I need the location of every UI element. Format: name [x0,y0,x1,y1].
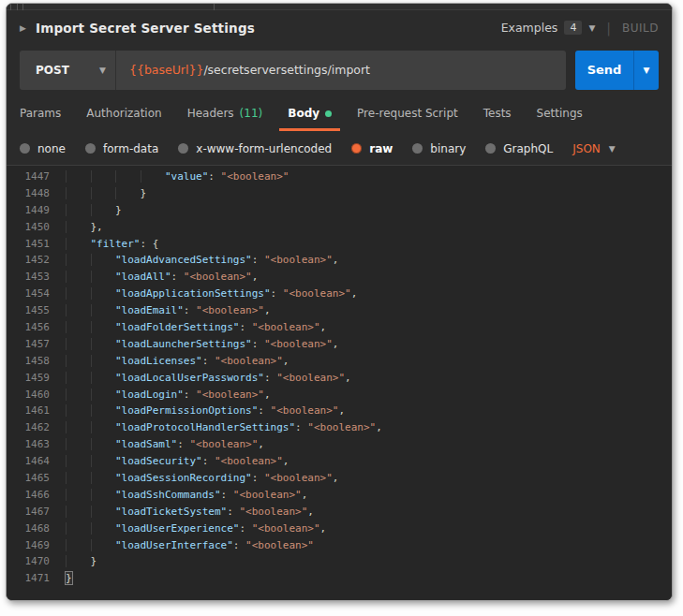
line-number: 1458 [7,353,50,370]
chevron-down-icon: ▼ [99,66,106,75]
divider: | [606,21,611,36]
code-line: 1461 "loadPermissionOptions": "<boolean>… [7,403,672,419]
line-number: 1456 [7,319,50,336]
code-line: 1450 }, [7,219,672,236]
radio-icon [412,143,423,154]
collapse-caret-icon[interactable]: ▶ [20,23,26,33]
body-set-dot-icon [325,110,332,117]
code-line: 1452 "loadAdvancedSettings": "<boolean>"… [7,252,672,269]
code-text: "loadLauncherSettings": "<boolean>", [50,336,338,353]
line-number: 1465 [7,470,50,487]
line-number: 1457 [7,336,50,353]
line-number: 1461 [7,403,50,419]
send-options-button[interactable]: ▼ [633,51,659,90]
tab-tests[interactable]: Tests [483,95,512,132]
body-type-radio-none[interactable]: none [20,142,66,155]
radio-icon [485,143,496,154]
code-text: "loadProtocolHandlerSettings": "<boolean… [50,419,382,436]
request-title-bar: ▶ Import Secret Server Settings Examples… [7,10,672,45]
code-text: "loadSaml": "<boolean>", [50,436,264,453]
radio-label: x-www-form-urlencoded [196,142,332,155]
body-type-selector: noneform-datax-www-form-urlencodedrawbin… [7,132,672,165]
code-text: "loadLicenses": "<boolean>", [50,353,289,370]
line-number: 1447 [7,169,50,185]
code-text: } [50,570,72,587]
line-number: 1455 [7,302,50,319]
tab-label: Settings [537,107,583,120]
method-value: POST [36,64,99,77]
tab-headers[interactable]: Headers(11) [187,95,263,132]
code-text: "loadSecurity": "<boolean>", [50,453,289,470]
tab-label: Headers [187,107,234,120]
code-text: "loadApplicationSettings": "<boolean>", [50,286,357,302]
line-number: 1471 [7,570,50,587]
code-line: 1454 "loadApplicationSettings": "<boolea… [7,286,672,302]
code-line: 1463 "loadSaml": "<boolean>", [7,436,672,453]
code-text: "filter": { [50,236,158,253]
radio-label: binary [430,142,466,155]
line-number: 1469 [7,537,50,554]
code-text: }, [50,219,103,236]
code-line: 1470 } [7,553,672,570]
tab-params[interactable]: Params [20,95,61,132]
code-text: } [50,185,146,202]
method-select[interactable]: POST ▼ [20,51,116,90]
build-label[interactable]: BUILD [622,22,659,35]
tab-label: Tests [483,107,512,120]
line-number: 1450 [7,219,50,236]
tab-label: Params [20,107,61,120]
line-number: 1453 [7,269,50,286]
body-type-radio-x-www-form-urlencoded[interactable]: x-www-form-urlencoded [178,142,332,155]
code-line: 1471} [7,570,672,587]
tab-pre-request-script[interactable]: Pre-request Script [357,95,458,132]
chevron-down-icon: ▼ [609,144,616,154]
code-text: "loadSshCommands": "<boolean>", [50,487,307,504]
body-type-radio-raw[interactable]: raw [351,142,393,155]
code-line: 1457 "loadLauncherSettings": "<boolean>"… [7,336,672,353]
code-line: 1453 "loadAll": "<boolean>", [7,269,672,286]
code-line: 1462 "loadProtocolHandlerSettings": "<bo… [7,419,672,436]
code-line: 1465 "loadSessionRecording": "<boolean>"… [7,470,672,487]
code-text: "loadAdvancedSettings": "<boolean>", [50,252,338,269]
tab-settings[interactable]: Settings [537,95,583,132]
tab-divider [17,4,23,10]
radio-label: raw [369,142,393,155]
line-number: 1459 [7,370,50,387]
line-number: 1467 [7,504,50,521]
headers-count-badge: (11) [240,107,263,120]
body-code-editor[interactable]: 1447 "value": "<boolean>"1448 }1449 }145… [7,165,672,600]
code-line: 1467 "loadTicketSystem": "<boolean>", [7,504,672,521]
code-line: 1469 "loadUserInterface": "<boolean>" [7,537,672,554]
language-value: JSON [572,142,601,155]
url-variable: {{baseUrl}} [129,63,203,77]
line-number: 1462 [7,419,50,436]
body-type-radio-form-data[interactable]: form-data [85,142,158,155]
tab-body[interactable]: Body [288,95,332,132]
code-text: "loadLocalUserPasswords": "<boolean>", [50,370,351,387]
radio-label: none [37,142,66,155]
language-select[interactable]: JSON▼ [572,142,616,155]
code-line: 1456 "loadFolderSettings": "<boolean>", [7,319,672,336]
body-type-radio-binary[interactable]: binary [412,142,466,155]
code-text: } [50,202,122,219]
body-type-radio-graphql[interactable]: GraphQL [485,142,553,155]
code-text: "loadAll": "<boolean>", [50,269,258,286]
examples-dropdown[interactable]: Examples 4 ▼ [501,21,596,35]
send-button[interactable]: Send [575,51,633,90]
request-title: Import Secret Server Settings [36,21,255,36]
radio-icon [85,143,96,154]
code-text: "loadFolderSettings": "<boolean>", [50,319,326,336]
chevron-down-icon: ▼ [644,66,650,75]
code-text: } [50,553,97,570]
code-line: 1468 "loadUserExperience": "<boolean>", [7,521,672,537]
line-number: 1463 [7,436,50,453]
radio-label: GraphQL [503,142,553,155]
tab-authorization[interactable]: Authorization [86,95,161,132]
line-number: 1470 [7,553,50,570]
examples-count-badge: 4 [564,21,582,35]
code-text: "value": "<boolean>" [50,169,289,185]
code-text: "loadUserExperience": "<boolean>", [50,521,326,537]
code-text: "loadTicketSystem": "<boolean>", [50,504,314,521]
url-input[interactable]: {{baseUrl}}/secretserversettings/import [116,51,566,90]
tab-label: Pre-request Script [357,107,458,120]
